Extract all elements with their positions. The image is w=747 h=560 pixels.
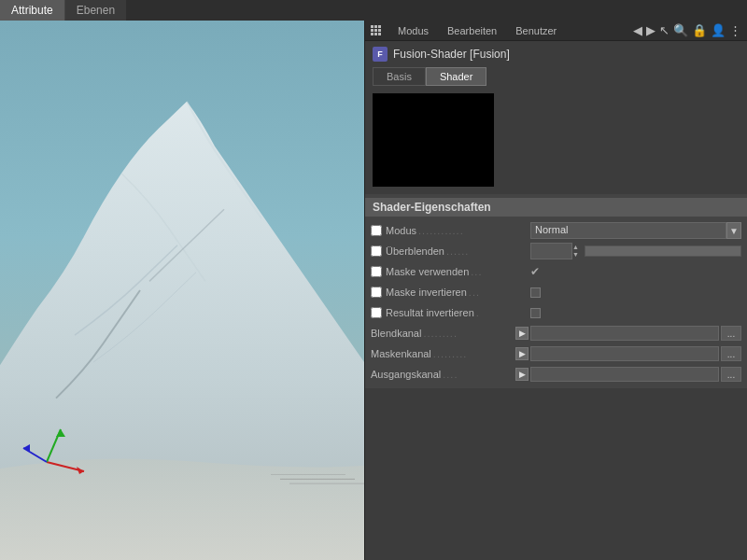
svg-marker-7 <box>56 429 65 437</box>
maske-invertieren-label-group: Maske invertieren ... <box>386 287 530 298</box>
bearbeiten-button[interactable]: Bearbeiten <box>442 24 502 37</box>
progress-bar[interactable] <box>585 245 741 257</box>
resultat-invertieren-label-group: Resultat invertieren . <box>386 307 530 318</box>
resultat-invertieren-row: Resultat invertieren . <box>365 302 747 323</box>
maske-verwenden-row: Maske verwenden ... ✔ <box>365 261 747 282</box>
shader-tabs: Basis Shader <box>365 67 747 86</box>
blendkanal-dots: ......... <box>423 328 458 339</box>
uberblenden-dots: ...... <box>446 245 469 257</box>
maskenkanal-label-group: Maskenkanal ......... <box>371 348 515 359</box>
blendkanal-label-group: Blendkanal ......... <box>371 328 515 339</box>
modus-dots: ............ <box>418 225 464 236</box>
modus-dropdown-arrow[interactable]: ▼ <box>726 222 741 239</box>
tab-ebenen[interactable]: Ebenen <box>65 0 126 21</box>
main-layout: Modus Bearbeiten Benutzer ◀ ▶ ↖ 🔍 🔒 👤 ⋮ … <box>0 21 747 560</box>
maske-verwenden-checkmark: ✔ <box>530 265 540 278</box>
ausgangskanal-dots: .... <box>443 369 458 380</box>
maske-invertieren-toggle[interactable] <box>530 287 541 298</box>
resultat-invertieren-toggle[interactable] <box>530 308 541 318</box>
grid-icon <box>371 25 381 35</box>
benutzer-button[interactable]: Benutzer <box>510 24 562 37</box>
maskenkanal-row: Maskenkanal ......... ▶ ... <box>365 343 747 364</box>
blendkanal-label: Blendkanal <box>371 328 421 339</box>
maske-invertieren-label: Maske invertieren <box>386 287 467 298</box>
maske-verwenden-dots: ... <box>471 266 482 277</box>
percent-down-arrow[interactable]: ▼ <box>572 251 579 259</box>
maske-invertieren-checkbox[interactable] <box>371 287 382 298</box>
progress-bar-fill <box>585 246 740 256</box>
dots-icon[interactable]: ⋮ <box>729 23 741 37</box>
blendkanal-row: Blendkanal ......... ▶ ... <box>365 323 747 343</box>
resultat-invertieren-dots: . <box>476 307 480 318</box>
maske-verwenden-label-group: Maske verwenden ... <box>386 266 530 277</box>
cursor-icon[interactable]: ↖ <box>659 23 669 37</box>
arrow-left-icon[interactable]: ◀ <box>633 23 642 37</box>
viewport-3d[interactable] <box>0 21 364 560</box>
maskenkanal-dots-btn[interactable]: ... <box>721 346 741 361</box>
modus-row: Modus ............ Normal ▼ <box>365 220 747 241</box>
search-icon[interactable]: 🔍 <box>673 23 688 37</box>
shader-title: Fusion-Shader [Fusion] <box>393 48 510 61</box>
panel-toolbar: Modus Bearbeiten Benutzer ◀ ▶ ↖ 🔍 🔒 👤 ⋮ <box>365 21 747 41</box>
maske-verwenden-checkbox[interactable] <box>371 266 382 277</box>
arrow-right-icon[interactable]: ▶ <box>646 23 655 37</box>
modus-button[interactable]: Modus <box>392 24 434 37</box>
modus-label: Modus <box>386 225 416 236</box>
blendkanal-arrow[interactable]: ▶ <box>515 327 529 340</box>
right-panel: Modus Bearbeiten Benutzer ◀ ▶ ↖ 🔍 🔒 👤 ⋮ … <box>364 21 747 560</box>
ausgangskanal-dots-btn[interactable]: ... <box>721 367 741 382</box>
modus-dropdown-field[interactable]: Normal <box>530 222 726 239</box>
ausgangskanal-arrow[interactable]: ▶ <box>515 368 529 381</box>
shader-preview <box>373 93 494 187</box>
percent-arrows: ▲ ▼ <box>572 244 579 259</box>
tab-shader[interactable]: Shader <box>426 67 486 86</box>
ausgangskanal-field[interactable] <box>530 367 719 382</box>
tab-basis[interactable]: Basis <box>373 67 426 86</box>
tab-attribute[interactable]: Attribute <box>0 0 65 21</box>
maskenkanal-arrow[interactable]: ▶ <box>515 347 529 360</box>
shader-header: F Fusion-Shader [Fusion] <box>365 41 747 67</box>
resultat-invertieren-label: Resultat invertieren <box>386 307 474 318</box>
svg-line-8 <box>23 448 47 462</box>
resultat-invertieren-checkbox[interactable] <box>371 307 382 318</box>
modus-select: Normal ▼ <box>530 222 741 239</box>
shader-properties: Shader-Eigenschaften Modus ............ … <box>365 194 747 388</box>
people-icon[interactable]: 👤 <box>711 23 726 37</box>
modus-checkbox[interactable] <box>371 225 382 236</box>
uberblenden-label-group: Überblenden ...... <box>386 245 530 257</box>
uberblenden-label: Überblenden <box>386 245 444 257</box>
maskenkanal-dots: ......... <box>433 348 468 359</box>
axes-widget <box>19 411 93 485</box>
section-header: Shader-Eigenschaften <box>365 198 747 217</box>
blendkanal-field[interactable] <box>530 326 719 341</box>
maske-invertieren-row: Maske invertieren ... <box>365 282 747 302</box>
maske-invertieren-dots: ... <box>469 287 480 298</box>
uberblenden-input[interactable]: 100 % <box>530 243 572 259</box>
percent-up-arrow[interactable]: ▲ <box>572 244 579 251</box>
ausgangskanal-row: Ausgangskanal .... ▶ ... <box>365 364 747 385</box>
ausgangskanal-label: Ausgangskanal <box>371 369 441 380</box>
top-menu-bar: Attribute Ebenen <box>0 0 747 21</box>
ausgangskanal-label-group: Ausgangskanal .... <box>371 369 515 380</box>
uberblenden-row: Überblenden ...... 100 % ▲ ▼ <box>365 241 747 261</box>
uberblenden-checkbox[interactable] <box>371 245 382 257</box>
maskenkanal-field[interactable] <box>530 346 719 361</box>
blendkanal-dots-btn[interactable]: ... <box>721 326 741 341</box>
lock-icon[interactable]: 🔒 <box>692 23 707 37</box>
maske-verwenden-label: Maske verwenden <box>386 266 469 277</box>
modus-label-group: Modus ............ <box>386 225 530 236</box>
maskenkanal-label: Maskenkanal <box>371 348 431 359</box>
fusion-icon: F <box>373 47 388 62</box>
toolbar-right-icons: ◀ ▶ ↖ 🔍 🔒 👤 ⋮ <box>633 23 741 37</box>
